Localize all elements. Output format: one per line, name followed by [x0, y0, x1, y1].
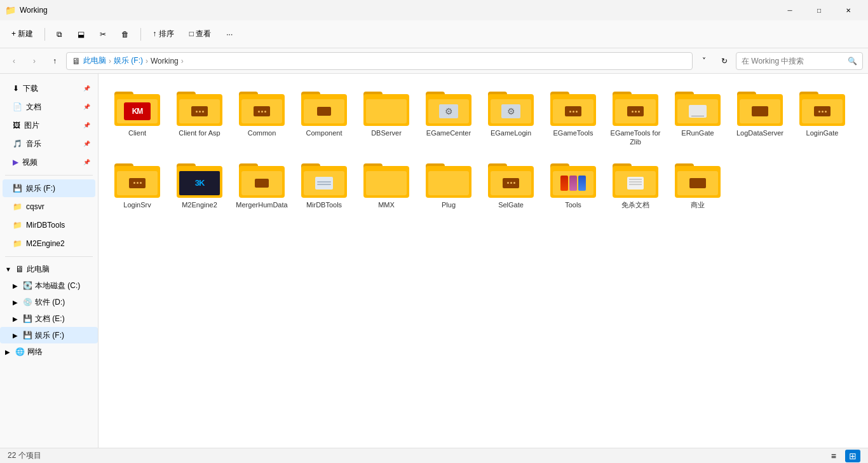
folder-dbserver[interactable]: DBServer — [358, 84, 415, 151]
folder-egamelogin-label: EGameLogin — [491, 128, 531, 137]
sidebar-item-video[interactable]: ▶ 视频 📌 — [3, 153, 95, 171]
folder-miankill-label: 免杀文档 — [621, 200, 649, 209]
folder-shangye[interactable]: 商业 — [669, 156, 726, 213]
pin-icon-music: 📌 — [83, 141, 90, 147]
breadcrumb-pc[interactable]: 此电脑 — [83, 55, 106, 66]
paste-button[interactable]: ⬓ — [71, 24, 91, 45]
sidebar-item-music[interactable]: 🎵 音乐 📌 — [3, 135, 95, 153]
toolbar-divider-2 — [140, 28, 141, 41]
tree-f-drive[interactable]: ▶ 💾 娱乐 (F:) — [0, 327, 98, 343]
folder-egametools-zlib[interactable]: EGameTools for Zlib — [607, 84, 664, 151]
tree-e-drive[interactable]: ▶ 💾 文档 (E:) — [0, 310, 98, 327]
tree-e-label: 文档 (E:) — [35, 314, 65, 324]
folder-icon-mirdbtools: 📁 — [13, 221, 22, 230]
copy-icon: ⧉ — [57, 30, 62, 39]
expand-icon-net: ▶ — [5, 349, 13, 356]
new-button[interactable]: + 新建 — [5, 24, 39, 45]
folder-logdataserver[interactable]: LogDataServer — [731, 84, 789, 151]
folder-tools[interactable]: Tools — [545, 156, 602, 213]
pics-icon: 🖼 — [13, 121, 20, 130]
folder-client-asp-label: Client for Asp — [179, 128, 220, 137]
toolbar: + 新建 ⧉ ⬓ ✂ 🗑 ↑ 排序 □ 查看 ··· — [0, 20, 868, 48]
grid-view-button[interactable]: ⊞ — [845, 450, 860, 462]
dropdown-button[interactable]: ˅ — [695, 52, 713, 70]
folder-mirdbtools[interactable]: MirDBTools — [295, 156, 353, 213]
folder-loginsrv[interactable]: LoginSrv — [109, 156, 166, 213]
breadcrumb-icon: 🖥 — [72, 56, 81, 66]
view-button[interactable]: □ 查看 — [183, 24, 218, 45]
folder-selgate[interactable]: SelGate — [482, 156, 539, 213]
folder-egamelogin[interactable]: ⚙ EGameLogin — [482, 84, 539, 151]
folder-component[interactable]: Component — [295, 84, 353, 151]
list-view-button[interactable]: ≡ — [827, 450, 840, 462]
folder-mirdbtools-label: MirDBTools — [306, 200, 342, 209]
tree-c-label: 本地磁盘 (C:) — [35, 280, 80, 291]
sidebar-item-cqsvr[interactable]: 📁 cqsvr — [3, 198, 95, 216]
folder-icon-cqsvr: 📁 — [13, 202, 22, 211]
folder-mergerhumdata[interactable]: MergerHumData — [233, 156, 290, 213]
sidebar-label-m2engine2: M2Engine2 — [26, 239, 65, 248]
folder-plug[interactable]: Plug — [420, 156, 477, 213]
sidebar-item-m2engine2[interactable]: 📁 M2Engine2 — [3, 235, 95, 252]
folder-egamecenter[interactable]: ⚙ EGameCenter — [420, 84, 477, 151]
folder-common[interactable]: Common — [233, 84, 290, 151]
tree-e-icon: 💾 — [23, 314, 32, 323]
folder-client-label: Client — [128, 128, 146, 137]
refresh-button[interactable]: ↻ — [715, 52, 733, 70]
cut-icon: ✂ — [100, 30, 106, 39]
back-button[interactable]: ‹ — [5, 52, 23, 70]
expand-icon-d: ▶ — [13, 299, 20, 306]
folder-client-asp[interactable]: Client for Asp — [171, 84, 228, 151]
folder-egametools[interactable]: EGameTools — [545, 84, 602, 151]
search-box[interactable]: 🔍 — [736, 52, 863, 70]
sidebar-label-docs: 文档 — [26, 102, 41, 113]
folder-selgate-label: SelGate — [498, 200, 524, 209]
folder-client[interactable]: KM Client — [109, 84, 166, 151]
tree-network[interactable]: ▶ 🌐 网络 — [0, 343, 98, 360]
tree-pc-icon: 🖥 — [15, 264, 24, 274]
folder-plug-label: Plug — [442, 200, 456, 209]
tree-this-pc[interactable]: ▼ 🖥 此电脑 — [0, 261, 98, 277]
pin-icon-docs: 📌 — [83, 104, 90, 110]
folder-mmx[interactable]: MMX — [358, 156, 415, 213]
folder-component-label: Component — [306, 128, 342, 137]
up-button[interactable]: ↑ — [46, 52, 64, 70]
sidebar-label-download: 下载 — [23, 83, 38, 94]
delete-button[interactable]: 🗑 — [115, 24, 135, 45]
copy-button[interactable]: ⧉ — [50, 24, 69, 45]
view-controls: ≡ ⊞ — [827, 450, 860, 462]
item-count: 22 个项目 — [8, 450, 41, 461]
status-bar: 22 个项目 ≡ ⊞ — [0, 448, 868, 463]
tree-c-drive[interactable]: ▶ 💽 本地磁盘 (C:) — [0, 277, 98, 294]
cut-button[interactable]: ✂ — [93, 24, 112, 45]
folder-m2engine2[interactable]: 3K M2Engine2 — [171, 156, 228, 213]
breadcrumb[interactable]: 🖥 此电脑 › 娱乐 (F:) › Working › — [66, 52, 693, 70]
minimize-button[interactable]: ─ — [775, 0, 804, 20]
title-bar-icon: 📁 — [5, 5, 16, 15]
more-button[interactable]: ··· — [220, 24, 239, 45]
sidebar-label-pics: 图片 — [24, 120, 39, 131]
address-bar: ‹ › ↑ 🖥 此电脑 › 娱乐 (F:) › Working › ˅ ↻ 🔍 — [0, 48, 868, 74]
sidebar-label-cqsvr: cqsvr — [26, 202, 44, 211]
title-bar-controls: ─ □ ✕ — [775, 0, 863, 20]
tree-pc-label: 此电脑 — [27, 264, 50, 275]
sidebar-item-download[interactable]: ⬇ 下载 📌 — [3, 79, 95, 97]
sidebar-item-f-drive[interactable]: 💾 娱乐 (F:) — [3, 179, 95, 197]
close-button[interactable]: ✕ — [834, 0, 863, 20]
folder-logingate[interactable]: LoginGate — [794, 84, 851, 151]
tree-f-icon: 💾 — [23, 331, 32, 340]
maximize-button[interactable]: □ — [804, 0, 834, 20]
folder-miankill[interactable]: 免杀文档 — [607, 156, 664, 213]
folder-erungate[interactable]: ERunGate — [669, 84, 726, 151]
sidebar-item-pics[interactable]: 🖼 图片 📌 — [3, 116, 95, 134]
search-input[interactable] — [742, 57, 845, 66]
forward-button[interactable]: › — [25, 52, 43, 70]
sidebar-label-f: 娱乐 (F:) — [26, 183, 55, 194]
sidebar-item-mirdbtools[interactable]: 📁 MirDBTools — [3, 216, 95, 234]
breadcrumb-drive[interactable]: 娱乐 (F:) — [114, 55, 143, 66]
expand-icon-e: ▶ — [13, 315, 20, 322]
tree-d-drive[interactable]: ▶ 💿 软件 (D:) — [0, 294, 98, 310]
title-bar: 📁 Working ─ □ ✕ — [0, 0, 868, 20]
sidebar-item-docs[interactable]: 📄 文档 📌 — [3, 98, 95, 116]
sort-button[interactable]: ↑ 排序 — [146, 24, 180, 45]
